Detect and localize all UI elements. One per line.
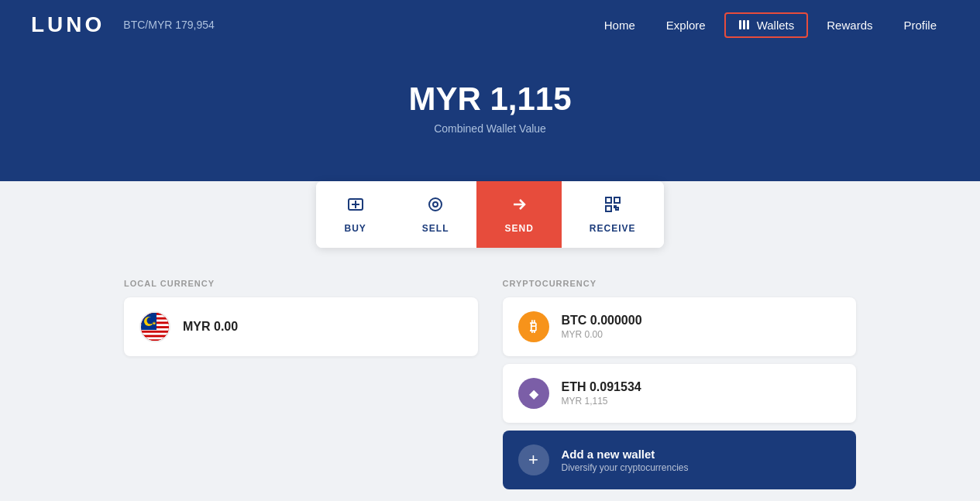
- svg-rect-2: [747, 20, 749, 29]
- add-wallet-title: Add a new wallet: [562, 448, 689, 461]
- eth-wallet-card[interactable]: ◆ ETH 0.091534 MYR 1,115: [503, 364, 857, 423]
- header-left: LUNO BTC/MYR 179,954: [31, 12, 215, 37]
- buy-label: BUY: [344, 223, 366, 234]
- nav-explore[interactable]: Explore: [654, 14, 718, 36]
- send-label: SEND: [504, 223, 533, 234]
- nav-wallets-label: Wallets: [757, 19, 795, 32]
- sell-button[interactable]: SELL: [394, 181, 477, 248]
- svg-rect-0: [739, 20, 741, 29]
- svg-point-7: [433, 202, 438, 207]
- add-wallet-subtitle: Diversify your cryptocurrencies: [562, 462, 689, 473]
- sell-icon: [426, 195, 445, 218]
- eth-icon: ◆: [518, 378, 549, 409]
- actions-wrapper: BUY SELL SEND: [124, 181, 856, 248]
- hero-section: MYR 1,115 Combined Wallet Value: [0, 50, 980, 197]
- svg-rect-9: [606, 197, 611, 203]
- wallets-icon: [738, 19, 751, 31]
- svg-point-6: [429, 198, 442, 211]
- svg-rect-10: [614, 197, 620, 203]
- local-currency-label: LOCAL CURRENCY: [124, 279, 478, 288]
- myr-amount: MYR 0.00: [183, 320, 462, 334]
- btc-amount: BTC 0.000000: [562, 314, 841, 328]
- btc-wallet-card[interactable]: ₿ BTC 0.000000 MYR 0.00: [503, 297, 857, 356]
- logo[interactable]: LUNO: [31, 12, 105, 37]
- receive-button[interactable]: RECEIVE: [562, 181, 664, 248]
- receive-icon: [603, 195, 622, 218]
- eth-wallet-info: ETH 0.091534 MYR 1,115: [562, 380, 841, 407]
- myr-wallet-card[interactable]: MYR 0.00: [124, 297, 478, 356]
- main-content: BUY SELL SEND: [0, 181, 980, 501]
- combined-wallet-label: Combined Wallet Value: [0, 122, 980, 135]
- svg-rect-20: [141, 337, 170, 339]
- nav-profile[interactable]: Profile: [891, 14, 949, 36]
- main-nav: Home Explore Wallets Rewards Profile: [592, 12, 949, 38]
- buy-button[interactable]: BUY: [316, 181, 394, 248]
- crypto-section: CRYPTOCURRENCY ₿ BTC 0.000000 MYR 0.00 ◆…: [503, 279, 857, 489]
- nav-rewards[interactable]: Rewards: [814, 14, 885, 36]
- crypto-label: CRYPTOCURRENCY: [503, 279, 857, 288]
- nav-home[interactable]: Home: [592, 14, 648, 36]
- combined-wallet-value: MYR 1,115: [0, 81, 980, 118]
- eth-myr-value: MYR 1,115: [562, 396, 841, 407]
- add-wallet-info: Add a new wallet Diversify your cryptocu…: [562, 448, 689, 473]
- svg-rect-11: [606, 206, 611, 211]
- header: LUNO BTC/MYR 179,954 Home Explore Wallet…: [0, 0, 980, 50]
- svg-rect-13: [614, 206, 616, 208]
- btc-price: BTC/MYR 179,954: [123, 19, 215, 31]
- send-icon: [510, 195, 528, 218]
- wallet-sections: LOCAL CURRENCY: [124, 279, 856, 489]
- add-wallet-icon: +: [518, 444, 549, 475]
- buy-icon: [346, 195, 365, 218]
- receive-label: RECEIVE: [590, 223, 636, 234]
- btc-wallet-info: BTC 0.000000 MYR 0.00: [562, 314, 841, 340]
- btc-myr-value: MYR 0.00: [562, 329, 841, 340]
- actions-card: BUY SELL SEND: [316, 181, 663, 248]
- sell-label: SELL: [422, 223, 449, 234]
- svg-rect-21: [141, 341, 170, 342]
- svg-rect-19: [141, 333, 170, 335]
- myr-wallet-info: MYR 0.00: [183, 320, 462, 334]
- eth-amount: ETH 0.091534: [562, 380, 841, 394]
- send-button[interactable]: SEND: [476, 181, 561, 248]
- svg-rect-1: [743, 20, 745, 29]
- btc-icon: ₿: [518, 311, 549, 342]
- malaysia-flag-icon: [139, 311, 170, 342]
- add-wallet-card[interactable]: + Add a new wallet Diversify your crypto…: [503, 431, 857, 489]
- local-currency-section: LOCAL CURRENCY: [124, 279, 478, 489]
- nav-wallets[interactable]: Wallets: [724, 12, 809, 38]
